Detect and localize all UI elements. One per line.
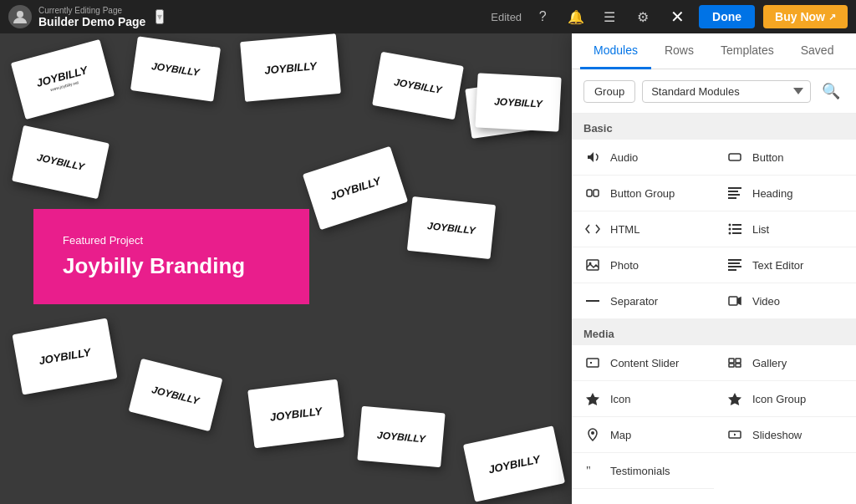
business-card: JOYBILLY www.joybilly.net: [11, 39, 115, 120]
module-item-audio[interactable]: Audio: [572, 140, 714, 176]
search-icon-button[interactable]: 🔍: [818, 78, 844, 104]
module-label-icon: Icon: [610, 393, 631, 405]
svg-rect-18: [728, 266, 741, 267]
svg-rect-16: [728, 259, 741, 261]
svg-rect-11: [732, 228, 741, 230]
business-card: JOYBILLY: [240, 33, 341, 102]
module-label-separator: Separator: [610, 295, 658, 308]
featured-label: Featured Project: [63, 234, 280, 247]
photo-icon: [583, 256, 602, 274]
business-card: JOYBILLY: [247, 379, 344, 449]
svg-marker-28: [728, 393, 741, 405]
content-slider-icon: [583, 354, 602, 372]
module-label-content-slider: Content Slider: [610, 357, 679, 369]
module-label-list: List: [752, 223, 769, 236]
module-label-html: HTML: [610, 223, 639, 236]
module-item-slideshow[interactable]: Slideshow: [714, 417, 856, 453]
svg-point-12: [729, 232, 731, 235]
gallery-icon: [726, 354, 744, 372]
module-item-heading[interactable]: Heading: [714, 176, 856, 211]
svg-rect-3: [594, 190, 599, 196]
testimonials-icon: ": [583, 461, 602, 480]
featured-overlay: Featured Project Joybilly Branding: [33, 209, 309, 304]
module-label-button: Button: [752, 151, 784, 164]
business-card: JOYBILLY: [303, 146, 408, 231]
business-card: JOYBILLY: [475, 73, 561, 131]
topbar-chevron-button[interactable]: ▾: [155, 9, 164, 24]
module-item-button-group[interactable]: Button Group: [572, 176, 714, 211]
business-card: JOYBILLY: [13, 318, 118, 395]
module-type-select[interactable]: Standard Modules Advanced Modules: [642, 80, 811, 103]
svg-rect-2: [587, 190, 592, 196]
edited-badge: Edited: [491, 11, 522, 23]
module-label-photo: Photo: [610, 259, 639, 272]
buy-now-label: Buy Now: [775, 10, 825, 23]
panel-filter: Group Standard Modules Advanced Modules …: [572, 69, 856, 114]
svg-rect-24: [736, 359, 741, 363]
module-item-separator[interactable]: Separator: [572, 283, 714, 319]
module-item-list[interactable]: List: [714, 211, 856, 247]
svg-rect-6: [728, 194, 740, 196]
svg-rect-13: [732, 232, 741, 234]
panel-tabs: Modules Rows Templates Saved: [572, 33, 856, 69]
heading-icon: [726, 184, 744, 202]
notifications-icon-button[interactable]: 🔔: [563, 4, 588, 29]
module-item-content-slider[interactable]: Content Slider: [572, 345, 714, 381]
module-list: Basic Audio Button Button Group: [572, 114, 856, 504]
business-card: JOYBILLY: [407, 196, 496, 259]
tab-saved[interactable]: Saved: [787, 33, 848, 69]
svg-rect-21: [729, 297, 737, 305]
module-label-video: Video: [752, 295, 780, 308]
tab-templates[interactable]: Templates: [707, 33, 787, 69]
group-button[interactable]: Group: [583, 80, 635, 103]
svg-point-8: [729, 224, 731, 227]
module-item-button[interactable]: Button: [714, 140, 856, 176]
business-card: JOYBILLY: [463, 425, 565, 501]
close-button[interactable]: ✕: [664, 3, 690, 30]
done-button[interactable]: Done: [699, 5, 755, 28]
topbar-title: Builder Demo Page: [38, 15, 145, 28]
icon-module-icon: [583, 389, 602, 408]
buy-now-button[interactable]: Buy Now ↗: [763, 5, 848, 28]
business-card: JOYBILLY: [372, 52, 464, 120]
separator-icon: [583, 292, 602, 310]
business-card: JOYBILLY: [129, 359, 223, 431]
help-icon-button[interactable]: ?: [530, 4, 555, 29]
svg-rect-20: [586, 300, 599, 302]
settings-icon-button[interactable]: ⚙: [630, 4, 655, 29]
module-label-heading: Heading: [752, 187, 792, 200]
right-panel: Modules Rows Templates Saved Group Stand…: [572, 33, 856, 504]
module-item-text-editor[interactable]: Text Editor: [714, 247, 856, 283]
topbar-subtitle: Currently Editing Page: [38, 6, 145, 15]
topbar: Currently Editing Page Builder Demo Page…: [0, 0, 856, 33]
search-icon: 🔍: [822, 82, 840, 100]
html-icon: [583, 220, 602, 238]
svg-rect-1: [729, 154, 741, 160]
svg-rect-22: [587, 359, 599, 367]
business-card: JOYBILLY: [12, 125, 110, 199]
app-logo: [8, 5, 32, 28]
svg-marker-27: [586, 393, 599, 405]
module-item-photo[interactable]: Photo: [572, 247, 714, 283]
tab-modules[interactable]: Modules: [580, 33, 651, 69]
button-icon: [726, 148, 744, 166]
svg-point-29: [591, 431, 594, 435]
module-label-text-editor: Text Editor: [752, 259, 803, 272]
module-item-gallery[interactable]: Gallery: [714, 345, 856, 381]
svg-point-10: [729, 228, 731, 231]
list-view-icon-button[interactable]: ☰: [597, 4, 622, 29]
module-label-button-group: Button Group: [610, 187, 675, 200]
svg-rect-9: [732, 224, 741, 226]
module-item-testimonials[interactable]: " Testimonials: [572, 453, 714, 489]
module-item-html[interactable]: HTML: [572, 211, 714, 247]
module-item-map[interactable]: Map: [572, 417, 714, 453]
module-item-icon-group[interactable]: Icon Group: [714, 381, 856, 417]
basic-module-grid: Audio Button Button Group Heading: [572, 140, 856, 319]
module-item-icon[interactable]: Icon: [572, 381, 714, 417]
svg-rect-23: [729, 359, 734, 363]
tab-rows[interactable]: Rows: [651, 33, 707, 69]
module-item-video[interactable]: Video: [714, 283, 856, 319]
media-module-grid: Content Slider Gallery Icon Icon Group: [572, 345, 856, 489]
topbar-right: Edited ? 🔔 ☰ ⚙ ✕ Done Buy Now ↗: [491, 3, 848, 30]
svg-rect-4: [728, 187, 741, 189]
